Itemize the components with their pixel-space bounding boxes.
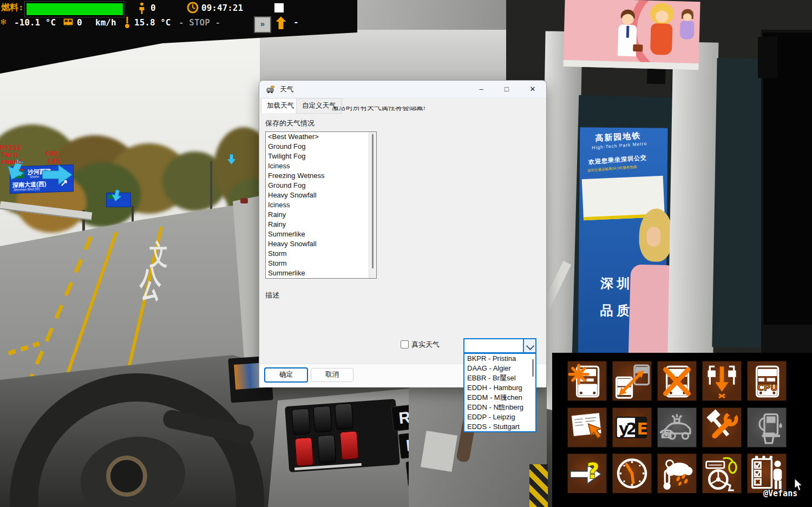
weather-list-item[interactable]: <Best Weather> <box>266 132 376 142</box>
weather-list-item[interactable]: Heavy Snowfall <box>266 239 376 249</box>
real-weather-checkbox[interactable] <box>401 340 409 348</box>
refuel-icon <box>748 408 786 447</box>
speed-unit: km/h <box>95 17 116 28</box>
airport-option[interactable]: EDDM - M黱chen <box>464 393 535 403</box>
question-mark: ? <box>587 458 599 483</box>
toolbar-setdown-bus-button[interactable] <box>702 361 742 401</box>
airport-option[interactable]: EDDN - N黵nberg <box>464 403 535 412</box>
remove-bus-icon <box>658 361 696 400</box>
weather-list-item[interactable]: Iciness <box>266 161 376 171</box>
airport-option[interactable]: EDDH - Hamburg <box>464 383 535 393</box>
airport-option[interactable]: DAAG - Algier <box>464 364 535 373</box>
ok-button[interactable]: 确定 <box>264 367 308 383</box>
toolbar-passenger-options-button[interactable] <box>747 453 787 493</box>
cartoon-woman-dress <box>650 23 673 55</box>
bracket <box>758 37 777 78</box>
airport-option[interactable]: BKPR - Pristina <box>464 354 535 364</box>
door-glass <box>712 58 767 348</box>
combobox-arrow-zone[interactable] <box>523 339 535 352</box>
change-bus-icon <box>613 361 651 400</box>
wheel-emblem <box>106 456 147 497</box>
close-button[interactable]: ✕ <box>525 84 541 95</box>
distant-car <box>240 198 248 203</box>
airport-option[interactable]: EBBR - Br黶sel <box>464 373 535 383</box>
weather-list-item[interactable]: Storm <box>266 259 376 268</box>
road-glyph: 公 <box>140 261 161 308</box>
weather-list-item[interactable]: Ground Fog <box>266 181 376 190</box>
weather-list-item[interactable]: Heavy Snowfall <box>266 190 376 200</box>
listbox-scroll-thumb[interactable] <box>372 134 374 268</box>
outside-temp: -10.1 °C <box>14 17 56 28</box>
toolbar-refuel-button[interactable] <box>747 407 787 447</box>
phone-glyph: ☎ <box>659 427 674 441</box>
toolbar-weather-button[interactable] <box>657 453 697 493</box>
route-overlay-line: round <box>1 157 22 166</box>
passenger-count: 0 <box>150 3 156 13</box>
y2e-e: E <box>637 419 647 438</box>
repair-icon <box>703 408 741 447</box>
airport-dropdown[interactable]: BKPR - Pristina DAAG - Algier EBBR - Br黶… <box>463 353 536 432</box>
saved-weather-label: 保存的天气情况 <box>265 118 315 128</box>
toolbar-controls-button[interactable] <box>702 453 742 493</box>
weather-list-item[interactable]: Summerlike <box>266 229 376 239</box>
listbox-scrollbar[interactable] <box>369 132 376 278</box>
rocker-switch[interactable] <box>317 434 337 464</box>
time-settings-icon <box>613 454 651 493</box>
passenger-face <box>646 227 661 247</box>
minimize-button[interactable]: – <box>473 84 489 95</box>
toolbar-route-button[interactable]: ? <box>567 453 607 493</box>
toolbar-change-bus-button[interactable] <box>612 361 652 401</box>
dropdown-scroll-thumb[interactable] <box>532 359 534 377</box>
toolbar-grid: CPU y2E ☎ ? <box>552 353 812 507</box>
dialog-titlebar[interactable]: 天气 – □ ✕ <box>259 81 546 98</box>
airport-option[interactable]: EDDS - Stuttgart <box>464 422 535 432</box>
weather-list-item[interactable]: Rainy <box>266 210 376 220</box>
rocker-switch[interactable] <box>335 403 353 430</box>
weather-list-item[interactable]: Ground Fog <box>266 142 376 152</box>
toolbar-remove-bus-button[interactable] <box>657 361 697 401</box>
toolbar-time-button[interactable] <box>612 453 652 493</box>
stop-board-big2: 品 质 <box>600 302 630 319</box>
controls-settings-icon <box>703 454 741 493</box>
weather-list-item[interactable]: Iciness <box>266 200 376 210</box>
cartoon-briefcase <box>633 44 643 51</box>
toolbar-timetable-button[interactable] <box>567 407 607 447</box>
toolbar-ai-bus-button[interactable]: CPU <box>747 361 787 401</box>
weather-list-item[interactable]: Rainy <box>266 220 376 229</box>
clock-time: 09:47:21 <box>201 3 243 13</box>
setdown-bus-icon <box>703 361 741 400</box>
airport-combobox[interactable] <box>463 338 536 353</box>
tab-load-weather[interactable]: 加载天气 <box>261 98 300 113</box>
mouse-cursor <box>793 478 804 492</box>
toolbar-repair-button[interactable] <box>702 407 742 447</box>
weather-list-item[interactable]: Storm <box>266 249 376 259</box>
clock-icon <box>187 2 199 14</box>
indicator-square[interactable] <box>273 2 285 14</box>
weather-listbox[interactable]: <Best Weather> Ground Fog Twilight Fog I… <box>265 131 377 279</box>
weather-list-item[interactable]: Freezing Wetness <box>266 171 376 181</box>
ai-bus-icon: CPU <box>748 361 786 400</box>
stop-board-line2: 深圳交通运输局24小时服务热线 <box>587 164 637 173</box>
new-bus-icon <box>568 361 606 400</box>
bus-value: 0 <box>77 17 82 28</box>
weather-list-item[interactable]: Summerlike <box>266 268 376 278</box>
airport-option[interactable]: EDDP - Leipzig <box>464 412 535 422</box>
clipped-notice-text: 激活时所有天气属性将会隐藏! <box>332 107 451 112</box>
rocker-switch[interactable] <box>291 408 310 435</box>
maximize-button[interactable]: □ <box>499 84 515 95</box>
weather-list-item[interactable]: Twilight Fog <box>266 152 376 161</box>
toolbar-new-bus-button[interactable] <box>567 361 607 401</box>
timetable-icon <box>568 408 606 447</box>
up-arrow-icon[interactable] <box>274 15 288 30</box>
dialog-title: 天气 <box>280 85 293 94</box>
rocker-switch-red[interactable] <box>294 437 314 466</box>
toolbar-breakdown-button[interactable]: ☎ <box>657 407 697 447</box>
cancel-button[interactable]: 取消 <box>311 368 353 382</box>
rocker-switch-red[interactable] <box>340 431 359 460</box>
passenger-options-icon <box>748 454 786 493</box>
rocker-switch[interactable] <box>313 405 332 432</box>
fuel-gauge <box>25 2 125 17</box>
toolbar-y2e-button[interactable]: y2E <box>612 407 652 447</box>
fast-forward-button[interactable]: » <box>254 16 271 33</box>
thermometer-icon <box>124 16 130 29</box>
